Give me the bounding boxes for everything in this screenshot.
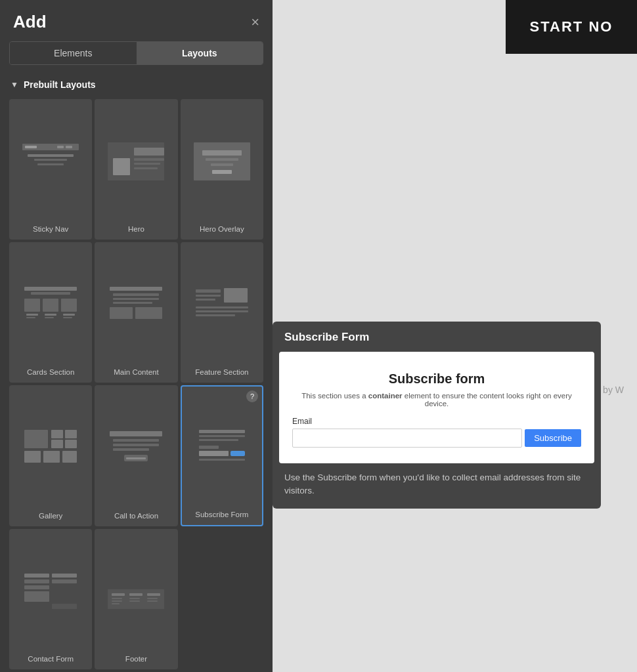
svg-rect-5: [34, 159, 67, 161]
layout-item-call-to-action[interactable]: Call to Action: [95, 385, 177, 526]
svg-rect-51: [113, 439, 159, 442]
feature-svg: [192, 284, 252, 325]
svg-rect-33: [110, 307, 133, 319]
svg-rect-10: [134, 158, 164, 161]
svg-rect-71: [112, 593, 125, 596]
svg-rect-46: [65, 440, 77, 448]
svg-rect-24: [26, 317, 35, 318]
top-bar: START NO: [506, 0, 637, 54]
svg-rect-38: [196, 299, 215, 301]
svg-rect-59: [199, 446, 219, 449]
start-now-text: START NO: [530, 18, 613, 35]
layout-item-footer[interactable]: Footer: [95, 529, 177, 669]
svg-rect-25: [45, 314, 56, 316]
subscribe-form-label: Subscribe Form: [195, 510, 248, 520]
svg-rect-21: [43, 299, 58, 312]
layout-item-contact-form[interactable]: Contact Form: [9, 529, 92, 669]
hero-overlay-thumbnail: [185, 106, 259, 217]
footer-label: Footer: [125, 654, 147, 664]
tab-bar: Elements Layouts: [9, 41, 263, 65]
section-heading: ▼ Prebuilt Layouts: [0, 74, 273, 96]
svg-rect-47: [24, 451, 41, 463]
footer-svg: [106, 571, 165, 612]
svg-rect-52: [113, 444, 159, 446]
section-heading-label: Prebuilt Layouts: [24, 79, 96, 90]
svg-rect-61: [231, 451, 245, 456]
question-badge: ?: [246, 390, 258, 402]
svg-rect-20: [24, 299, 40, 312]
main-content-label: Main Content: [114, 368, 158, 377]
hero-label: Hero: [128, 224, 144, 234]
svg-rect-30: [113, 293, 159, 296]
svg-rect-42: [24, 430, 48, 448]
left-panel: Add × Elements Layouts ▼ Prebuilt Layout…: [0, 0, 273, 672]
svg-rect-56: [199, 430, 245, 433]
svg-rect-69: [52, 604, 77, 609]
layout-item-main-content[interactable]: Main Content: [95, 242, 177, 383]
svg-rect-28: [63, 317, 72, 318]
svg-rect-29: [110, 287, 162, 291]
preview-email-input[interactable]: [292, 429, 522, 448]
svg-rect-11: [134, 163, 160, 165]
svg-rect-67: [52, 574, 77, 578]
svg-rect-36: [196, 289, 221, 293]
contact-svg: [21, 571, 80, 612]
svg-rect-79: [147, 598, 158, 599]
tooltip-description: Use the Subscribe form when you'd like t…: [273, 463, 601, 498]
sticky-nav-svg: [21, 141, 80, 182]
svg-rect-31: [113, 298, 159, 300]
svg-rect-32: [113, 302, 152, 304]
svg-rect-17: [212, 170, 232, 174]
svg-rect-27: [63, 314, 75, 316]
subscribe-thumbnail: [186, 393, 258, 502]
svg-rect-68: [52, 579, 77, 583]
preview-subscribe-button[interactable]: Subscribe: [525, 429, 581, 447]
feature-section-label: Feature Section: [195, 368, 248, 377]
svg-rect-34: [135, 307, 162, 319]
tab-elements[interactable]: Elements: [10, 42, 137, 64]
cta-label: Call to Action: [114, 511, 158, 521]
main-content-thumbnail: [99, 249, 173, 360]
svg-rect-62: [199, 459, 245, 461]
tooltip-preview: Subscribe form This section uses a conta…: [279, 352, 594, 463]
layout-item-feature-section[interactable]: Feature Section: [181, 242, 263, 383]
layout-item-hero[interactable]: Hero: [95, 99, 177, 240]
layout-item-hero-overlay[interactable]: Hero Overlay: [181, 99, 263, 240]
panel-header: Add ×: [0, 0, 273, 41]
close-button[interactable]: ×: [251, 15, 259, 30]
svg-rect-80: [147, 600, 158, 602]
svg-rect-23: [26, 314, 38, 316]
layout-item-gallery[interactable]: Gallery: [9, 385, 92, 526]
subscribe-svg: [192, 427, 252, 468]
svg-rect-26: [45, 317, 54, 318]
gallery-label: Gallery: [39, 511, 62, 521]
layout-grid: Sticky Nav Hero: [0, 96, 273, 672]
svg-rect-64: [24, 579, 49, 583]
svg-rect-53: [113, 448, 149, 451]
svg-rect-44: [65, 430, 77, 438]
footer-thumbnail: [99, 536, 173, 646]
svg-rect-35: [224, 288, 248, 303]
cards-svg: [21, 284, 80, 325]
tab-layouts[interactable]: Layouts: [137, 42, 263, 64]
svg-rect-4: [28, 154, 74, 157]
layout-item-cards-section[interactable]: Cards Section: [9, 242, 92, 383]
svg-rect-75: [129, 593, 143, 596]
panel-title: Add: [13, 12, 47, 32]
svg-rect-15: [206, 158, 238, 161]
preview-email-label: Email: [292, 417, 581, 426]
layout-item-sticky-nav[interactable]: Sticky Nav: [9, 99, 92, 240]
svg-rect-1: [25, 146, 37, 148]
svg-rect-57: [199, 435, 245, 437]
svg-rect-6: [37, 163, 64, 165]
svg-rect-37: [196, 295, 221, 297]
layout-item-subscribe-form[interactable]: ? Subscribe Form: [181, 385, 263, 526]
svg-rect-72: [112, 598, 122, 599]
preview-form-title: Subscribe form: [292, 371, 581, 387]
svg-rect-60: [199, 451, 229, 456]
svg-rect-50: [110, 431, 162, 436]
svg-rect-65: [24, 585, 49, 589]
svg-rect-41: [196, 314, 235, 316]
svg-rect-77: [129, 600, 140, 602]
svg-rect-40: [196, 310, 248, 312]
